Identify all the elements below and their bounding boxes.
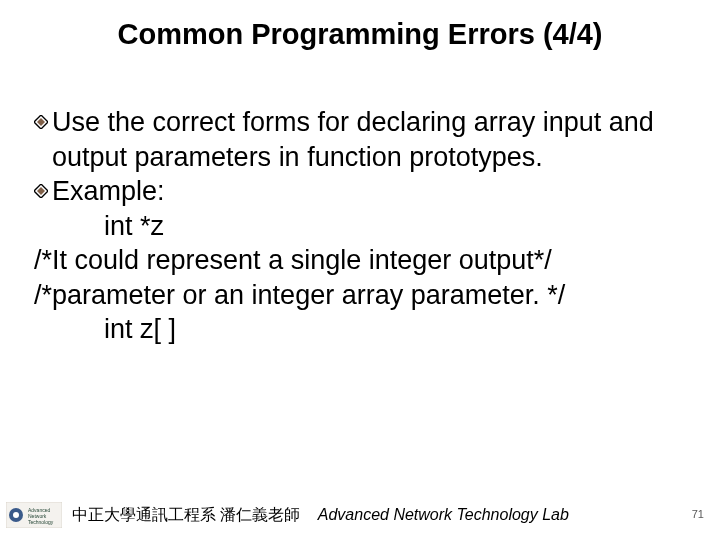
svg-marker-1	[37, 118, 45, 126]
slide-body: Use the correct forms for declaring arra…	[34, 105, 686, 347]
footer-text: 中正大學通訊工程系 潘仁義老師 Advanced Network Technol…	[72, 505, 569, 526]
code-line-4: int z[ ]	[34, 312, 686, 347]
code-line-2: /*It could represent a single integer ou…	[34, 243, 686, 278]
svg-marker-3	[37, 187, 45, 195]
bullet-text-2: Example:	[52, 174, 686, 209]
bullet-diamond-icon	[34, 115, 48, 129]
footer: Advanced Network Technology 中正大學通訊工程系 潘仁…	[0, 502, 720, 528]
bullet-item-1: Use the correct forms for declaring arra…	[34, 105, 686, 174]
code-line-3: /*parameter or an integer array paramete…	[34, 278, 686, 313]
bullet-diamond-icon	[34, 184, 48, 198]
footer-text-zh: 中正大學通訊工程系 潘仁義老師	[72, 506, 300, 523]
svg-text:Technology: Technology	[28, 519, 54, 525]
bullet-text-1: Use the correct forms for declaring arra…	[52, 105, 686, 174]
svg-point-6	[13, 512, 19, 518]
page-number: 71	[692, 508, 704, 520]
bullet-item-2: Example:	[34, 174, 686, 209]
footer-logo: Advanced Network Technology	[6, 502, 62, 528]
footer-text-en: Advanced Network Technology Lab	[318, 506, 569, 523]
slide: Common Programming Errors (4/4) Use the …	[0, 0, 720, 540]
slide-title: Common Programming Errors (4/4)	[0, 18, 720, 51]
code-line-1: int *z	[34, 209, 686, 244]
